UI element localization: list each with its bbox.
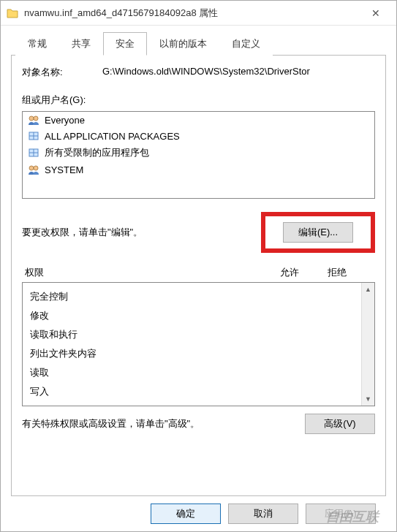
permission-item[interactable]: 列出文件夹内容 xyxy=(30,344,354,363)
list-item[interactable]: SYSTEM xyxy=(23,162,374,178)
svg-point-9 xyxy=(34,166,38,170)
tab-general[interactable]: 常规 xyxy=(15,32,59,56)
permission-item[interactable]: 写入 xyxy=(30,382,354,401)
package-icon xyxy=(27,147,40,159)
scroll-track[interactable] xyxy=(362,296,374,392)
scroll-down-icon[interactable]: ▼ xyxy=(362,392,374,406)
permissions-listbox[interactable]: 完全控制 修改 读取和执行 列出文件夹内容 读取 写入 ▲ ▼ xyxy=(22,282,375,406)
tab-previous-versions[interactable]: 以前的版本 xyxy=(147,32,219,56)
permissions-header-allow: 允许 xyxy=(264,266,315,279)
close-button[interactable]: ✕ xyxy=(361,3,390,23)
security-panel: 对象名称: G:\Windows.old\WINDOWS\System32\Dr… xyxy=(11,56,386,496)
permission-item[interactable]: 修改 xyxy=(30,306,354,325)
scrollbar[interactable]: ▲ ▼ xyxy=(361,283,374,406)
list-item-label: 所有受限制的应用程序包 xyxy=(45,146,149,159)
advanced-button[interactable]: 高级(V) xyxy=(305,414,375,434)
dialog-footer: 确定 取消 应用(A) 自由互联 xyxy=(11,496,386,531)
scroll-up-icon[interactable]: ▲ xyxy=(362,283,374,296)
list-item[interactable]: Everyone xyxy=(23,112,374,128)
list-item[interactable]: ALL APPLICATION PACKAGES xyxy=(23,128,374,144)
properties-dialog: nvamwu.inf_amd64_d4715679184092a8 属性 ✕ 常… xyxy=(0,0,397,532)
dialog-body: 常规 共享 安全 以前的版本 自定义 对象名称: G:\Windows.old\… xyxy=(1,26,396,531)
list-item-label: Everyone xyxy=(45,115,85,126)
advanced-row: 有关特殊权限或高级设置，请单击"高级"。 高级(V) xyxy=(22,414,375,434)
permissions-header-deny: 拒绝 xyxy=(315,266,359,279)
permission-item[interactable]: 读取和执行 xyxy=(30,325,354,344)
list-item-label: ALL APPLICATION PACKAGES xyxy=(45,131,180,142)
svg-point-1 xyxy=(34,116,38,121)
tab-strip: 常规 共享 安全 以前的版本 自定义 xyxy=(11,31,386,56)
object-name-value: G:\Windows.old\WINDOWS\System32\DriverSt… xyxy=(102,66,375,79)
object-name-row: 对象名称: G:\Windows.old\WINDOWS\System32\Dr… xyxy=(22,66,375,79)
permission-item[interactable]: 完全控制 xyxy=(30,287,354,306)
svg-point-0 xyxy=(29,116,34,121)
tab-security[interactable]: 安全 xyxy=(103,32,147,56)
window-title: nvamwu.inf_amd64_d4715679184092a8 属性 xyxy=(24,7,361,20)
list-item-label: SYSTEM xyxy=(45,164,83,175)
edit-permissions-text: 要更改权限，请单击"编辑"。 xyxy=(22,226,261,239)
permissions-header-name: 权限 xyxy=(25,266,264,279)
ok-button[interactable]: 确定 xyxy=(151,503,221,524)
group-users-listbox[interactable]: Everyone ALL APPLICATION PACKAGES 所有受限制的… xyxy=(22,111,375,199)
tab-custom[interactable]: 自定义 xyxy=(219,32,273,56)
titlebar: nvamwu.inf_amd64_d4715679184092a8 属性 ✕ xyxy=(1,1,396,26)
tab-sharing[interactable]: 共享 xyxy=(59,32,103,56)
permission-item[interactable]: 读取 xyxy=(30,363,354,382)
edit-permissions-row: 要更改权限，请单击"编辑"。 编辑(E)... xyxy=(22,209,375,253)
list-item[interactable]: 所有受限制的应用程序包 xyxy=(23,144,374,162)
folder-icon xyxy=(7,7,18,19)
advanced-text: 有关特殊权限或高级设置，请单击"高级"。 xyxy=(22,417,305,430)
group-users-label: 组或用户名(G): xyxy=(22,94,375,107)
cancel-button[interactable]: 取消 xyxy=(228,503,298,524)
edit-button[interactable]: 编辑(E)... xyxy=(283,222,353,243)
svg-point-8 xyxy=(29,166,34,170)
edit-button-highlight: 编辑(E)... xyxy=(261,212,375,253)
object-name-label: 对象名称: xyxy=(22,66,102,79)
users-icon xyxy=(27,114,40,126)
package-icon xyxy=(27,130,40,142)
apply-button[interactable]: 应用(A) xyxy=(306,503,376,524)
permissions-list: 完全控制 修改 读取和执行 列出文件夹内容 读取 写入 xyxy=(23,283,361,406)
permissions-header: 权限 允许 拒绝 xyxy=(22,266,375,282)
users-icon xyxy=(27,164,40,175)
